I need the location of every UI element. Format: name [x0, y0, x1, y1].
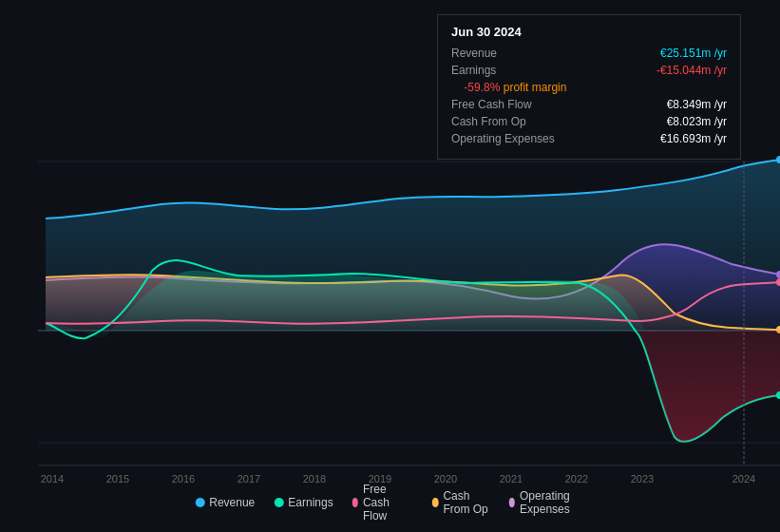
- legend-earnings[interactable]: Earnings: [274, 496, 333, 509]
- tooltip-row-revenue: Revenue €25.151m /yr: [451, 47, 727, 60]
- legend-revenue[interactable]: Revenue: [195, 496, 255, 509]
- fcf-label: Free Cash Flow: [451, 98, 532, 111]
- tooltip-row-opex: Operating Expenses €16.693m /yr: [451, 132, 727, 145]
- cfo-value: €8.023m /yr: [667, 115, 727, 128]
- profit-margin-label: profit margin: [504, 81, 567, 94]
- tooltip-date: Jun 30 2024: [451, 25, 727, 39]
- revenue-dot: [195, 498, 204, 507]
- svg-text:2024: 2024: [732, 473, 755, 484]
- chart-legend: Revenue Earnings Free Cash Flow Cash Fro…: [195, 483, 585, 522]
- earnings-value: -€15.044m /yr: [656, 64, 727, 77]
- svg-text:2023: 2023: [631, 473, 654, 484]
- opex-label: Operating Expenses: [451, 132, 555, 145]
- revenue-value: €25.151m /yr: [660, 47, 727, 60]
- earnings-dot: [274, 498, 283, 507]
- opex-legend-label: Operating Expenses: [520, 489, 585, 516]
- legend-fcf[interactable]: Free Cash Flow: [352, 483, 413, 522]
- svg-text:2015: 2015: [106, 473, 129, 484]
- tooltip-row-earnings: Earnings -€15.044m /yr: [451, 64, 727, 77]
- profit-margin-pct: -59.8%: [464, 81, 500, 94]
- legend-cfo[interactable]: Cash From Op: [432, 489, 490, 516]
- cfo-dot: [432, 498, 438, 507]
- tooltip-row-fcf: Free Cash Flow €8.349m /yr: [451, 98, 727, 111]
- profit-margin-row: -59.8% profit margin: [451, 81, 727, 94]
- earnings-legend-label: Earnings: [288, 496, 333, 509]
- opex-dot: [509, 498, 515, 507]
- fcf-value: €8.349m /yr: [667, 98, 727, 111]
- revenue-label: Revenue: [451, 47, 497, 60]
- cfo-label: Cash From Op: [451, 115, 526, 128]
- cfo-legend-label: Cash From Op: [443, 489, 489, 516]
- tooltip-row-cfo: Cash From Op €8.023m /yr: [451, 115, 727, 128]
- opex-value: €16.693m /yr: [660, 132, 727, 145]
- legend-opex[interactable]: Operating Expenses: [509, 489, 585, 516]
- fcf-legend-label: Free Cash Flow: [363, 483, 413, 522]
- earnings-label: Earnings: [451, 64, 496, 77]
- revenue-legend-label: Revenue: [209, 496, 255, 509]
- tooltip-box: Jun 30 2024 Revenue €25.151m /yr Earning…: [437, 14, 741, 160]
- svg-text:2014: 2014: [41, 473, 64, 484]
- svg-text:2016: 2016: [172, 473, 195, 484]
- fcf-dot: [352, 498, 358, 507]
